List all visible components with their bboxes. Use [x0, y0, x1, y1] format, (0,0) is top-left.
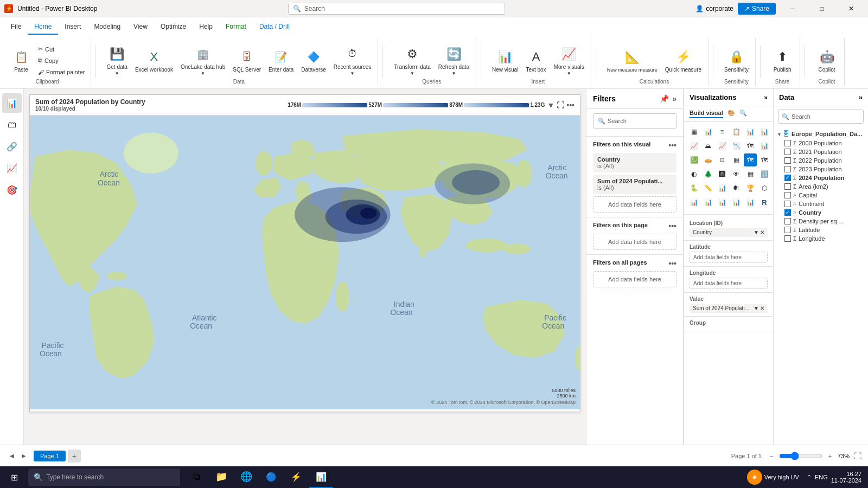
filter-allpages-more[interactable]: ••• — [668, 259, 676, 268]
metrics-button[interactable]: 🎯 — [2, 180, 22, 200]
viz-area[interactable]: ⛰ — [701, 139, 714, 152]
dataverse-button[interactable]: 🔷 Dataverse — [298, 41, 329, 80]
viz-scatter[interactable]: 💹 — [687, 153, 700, 166]
viz-100-col[interactable]: 📊 — [758, 125, 771, 138]
field-latitude[interactable]: Σ Latitude — [784, 226, 864, 234]
new-visual-button[interactable]: 📊 New visual — [489, 41, 521, 80]
edge-browser-button[interactable]: 🌐 — [234, 466, 258, 488]
location-remove-icon[interactable]: ✕ — [760, 229, 764, 235]
onelake-button[interactable]: 🏢 OneLake data hub ▼ — [177, 41, 228, 80]
filter-icon[interactable]: ▼ — [547, 101, 554, 110]
field-continent[interactable]: A Continent — [784, 200, 864, 208]
expand-icon[interactable]: ⛶ — [557, 101, 564, 110]
viz-multirow-card[interactable]: 📊 — [716, 182, 729, 195]
share-button[interactable]: ↗ Share — [738, 3, 776, 15]
field-area-checkbox[interactable] — [784, 183, 791, 190]
copilot-button[interactable]: 🤖 Copilot — [813, 41, 841, 80]
viz-r-visual[interactable]: R — [758, 196, 771, 209]
excel-button[interactable]: X Excel workbook — [132, 41, 176, 80]
uv-indicator[interactable]: ☀ Very high UV — [743, 467, 803, 487]
tab-view[interactable]: View — [127, 20, 154, 35]
tab-datadrill[interactable]: Data / Drill — [253, 20, 296, 35]
value-expand-icon[interactable]: ▼ — [754, 305, 759, 311]
dax-query-button[interactable]: 📈 — [2, 158, 22, 178]
transform-button[interactable]: ⚙ Transform data ▼ — [391, 41, 433, 80]
viz-kpi[interactable]: 🔢 — [758, 168, 771, 181]
viz-100-bar[interactable]: ≡ — [716, 125, 729, 138]
viz-card[interactable]: 📏 — [701, 182, 714, 195]
minimize-button[interactable]: ─ — [780, 0, 805, 17]
viz-expand-icon[interactable]: » — [764, 94, 768, 101]
field-2000-population[interactable]: Σ 2000 Population — [784, 139, 864, 147]
get-data-button[interactable]: 💾 Get data ▼ — [104, 41, 131, 80]
filter-add-fields-allpages[interactable]: Add data fields here — [593, 271, 676, 287]
viz-matrix[interactable]: 📊 — [716, 196, 729, 209]
powerbi-taskbar-button[interactable]: ⚡ — [284, 466, 308, 488]
taskbar-search[interactable]: 🔍 Type here to search — [28, 468, 180, 486]
tab-insert[interactable]: Insert — [58, 20, 87, 35]
model-view-button[interactable]: 🔗 — [2, 137, 22, 156]
viz-shape[interactable]: ⬡ — [758, 182, 771, 195]
dataset-item[interactable]: ▾ 🗄 Europe_Population_Da... — [778, 129, 864, 139]
filter-pin-icon[interactable]: 📌 — [660, 94, 669, 103]
viz-gauge[interactable]: ▦ — [744, 168, 757, 181]
location-value[interactable]: Country ▼ ✕ — [690, 228, 768, 237]
publish-button[interactable]: ⬆ Publish — [768, 41, 796, 80]
file-explorer-button[interactable]: 📁 — [209, 466, 233, 488]
field-latitude-checkbox[interactable] — [784, 227, 791, 233]
country-filter-card[interactable]: Country is (All) — [593, 153, 676, 172]
format-painter-button[interactable]: 🖌 Format painter — [36, 67, 87, 78]
maximize-button[interactable]: □ — [809, 0, 834, 17]
more-options-icon[interactable]: ••• — [566, 101, 575, 110]
filter-expand-icon[interactable]: » — [672, 94, 676, 103]
start-button[interactable]: ⊞ — [2, 466, 26, 488]
field-2021-checkbox[interactable] — [784, 149, 791, 155]
powerbi-active-button[interactable]: 📊 — [309, 466, 333, 488]
viz-azure-map[interactable]: ◐ — [687, 168, 700, 181]
value-remove-icon[interactable]: ✕ — [760, 305, 764, 311]
quick-measure-button[interactable]: ⚡ Quick measure — [662, 41, 705, 80]
field-2022-population[interactable]: Σ 2022 Population — [784, 156, 864, 165]
filter-add-fields-visual[interactable]: Add data fields here — [593, 196, 676, 213]
viz-key-influencers[interactable]: 🅰 — [716, 168, 729, 181]
new-measure-button[interactable]: 📐 New measure measure — [604, 41, 661, 80]
viz-line-area[interactable]: 📈 — [716, 139, 729, 152]
page-prev-button[interactable]: ◀ — [7, 451, 17, 461]
sql-button[interactable]: 🗄 SQL Server — [229, 41, 264, 80]
value-field-value[interactable]: Sum of 2024 Populati... ▼ ✕ — [690, 304, 768, 313]
viz-stacked-col[interactable]: 📋 — [730, 125, 743, 138]
field-2022-checkbox[interactable] — [784, 157, 791, 164]
viz-smart-narrative[interactable]: 🏆 — [744, 182, 757, 195]
population-filter-card[interactable]: Sum of 2024 Populati... is (All) — [593, 175, 676, 194]
viz-line[interactable]: 📈 — [687, 139, 700, 152]
fit-page-icon[interactable]: ⛶ — [854, 452, 861, 460]
field-2024-checkbox[interactable]: ✓ — [784, 175, 791, 181]
location-expand-icon[interactable]: ▼ — [754, 229, 759, 235]
field-2021-population[interactable]: Σ 2021 Population — [784, 147, 864, 156]
field-country-checkbox[interactable]: ✓ — [784, 209, 791, 216]
viz-decomp-tree[interactable]: 🌲 — [701, 168, 714, 181]
viz-python[interactable]: 🐍 — [687, 182, 700, 195]
field-2023-population[interactable]: Σ 2023 Population — [784, 165, 864, 174]
field-longitude-checkbox[interactable] — [784, 235, 791, 242]
paste-button[interactable]: 📋 Paste — [8, 41, 35, 80]
latitude-add-field[interactable]: Add data fields here — [690, 252, 768, 263]
viz-filled-map[interactable]: 🗺 — [758, 153, 771, 166]
viz-waterfall[interactable]: 🗺 — [744, 139, 757, 152]
viz-narrative[interactable]: 👁 — [730, 168, 743, 181]
tab-help[interactable]: Help — [193, 20, 219, 35]
field-2023-checkbox[interactable] — [784, 166, 791, 172]
tab-modeling[interactable]: Modeling — [87, 20, 127, 35]
tab-optimize[interactable]: Optimize — [154, 20, 193, 35]
table-view-button[interactable]: 🗃 — [2, 115, 22, 134]
build-visual-tab[interactable]: Build visual — [690, 110, 723, 118]
page-1-tab[interactable]: Page 1 — [34, 451, 66, 461]
zoom-out-button[interactable]: − — [766, 451, 777, 461]
viz-stacked-bar[interactable]: ▦ — [687, 125, 700, 138]
refresh-button[interactable]: 🔄 Refresh data ▼ — [435, 41, 473, 80]
filter-visual-more[interactable]: ••• — [668, 141, 676, 150]
taskbar-clock[interactable]: 16:27 11-07-2024 — [831, 471, 861, 484]
field-density[interactable]: Σ Density per sq ... — [784, 217, 864, 226]
viz-custom1[interactable]: 📊 — [744, 196, 757, 209]
viz-qna[interactable]: 🗣 — [730, 182, 743, 195]
